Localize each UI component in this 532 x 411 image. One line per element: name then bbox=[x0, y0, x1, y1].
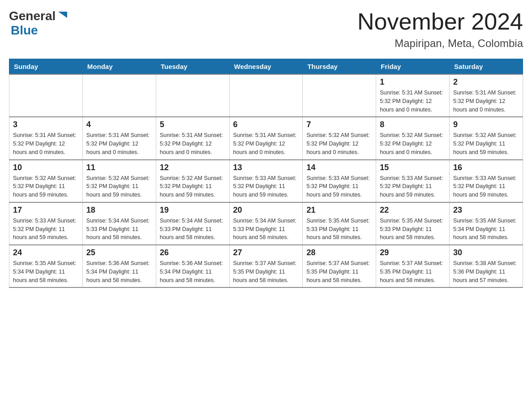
day-number: 14 bbox=[306, 163, 372, 172]
table-row: 17Sunrise: 5:33 AM Sunset: 5:32 PM Dayli… bbox=[9, 202, 83, 245]
table-row: 5Sunrise: 5:31 AM Sunset: 5:32 PM Daylig… bbox=[156, 117, 229, 159]
table-row: 1Sunrise: 5:31 AM Sunset: 5:32 PM Daylig… bbox=[376, 74, 450, 117]
logo-arrow-icon bbox=[56, 9, 69, 21]
day-info: Sunrise: 5:35 AM Sunset: 5:34 PM Dayligh… bbox=[453, 217, 519, 242]
day-info: Sunrise: 5:36 AM Sunset: 5:34 PM Dayligh… bbox=[86, 259, 152, 284]
day-info: Sunrise: 5:38 AM Sunset: 5:36 PM Dayligh… bbox=[453, 259, 519, 284]
table-row bbox=[303, 74, 376, 117]
day-info: Sunrise: 5:31 AM Sunset: 5:32 PM Dayligh… bbox=[160, 131, 226, 156]
calendar-week-row: 17Sunrise: 5:33 AM Sunset: 5:32 PM Dayli… bbox=[9, 202, 523, 245]
day-info: Sunrise: 5:33 AM Sunset: 5:32 PM Dayligh… bbox=[306, 174, 372, 199]
day-number: 24 bbox=[13, 248, 79, 257]
day-info: Sunrise: 5:34 AM Sunset: 5:33 PM Dayligh… bbox=[160, 217, 226, 242]
table-row: 15Sunrise: 5:33 AM Sunset: 5:32 PM Dayli… bbox=[376, 160, 450, 202]
day-info: Sunrise: 5:33 AM Sunset: 5:32 PM Dayligh… bbox=[13, 217, 79, 242]
day-number: 19 bbox=[160, 206, 226, 215]
col-wednesday: Wednesday bbox=[229, 59, 303, 75]
day-info: Sunrise: 5:35 AM Sunset: 5:33 PM Dayligh… bbox=[380, 217, 446, 242]
table-row: 25Sunrise: 5:36 AM Sunset: 5:34 PM Dayli… bbox=[82, 245, 156, 287]
day-number: 30 bbox=[453, 248, 519, 257]
day-info: Sunrise: 5:32 AM Sunset: 5:32 PM Dayligh… bbox=[13, 174, 79, 199]
page-header: General Blue November 2024 Mapiripan, Me… bbox=[9, 9, 523, 50]
day-number: 7 bbox=[306, 120, 372, 129]
day-number: 26 bbox=[160, 248, 226, 257]
calendar-week-row: 24Sunrise: 5:35 AM Sunset: 5:34 PM Dayli… bbox=[9, 245, 523, 287]
table-row: 2Sunrise: 5:31 AM Sunset: 5:32 PM Daylig… bbox=[450, 74, 523, 117]
day-info: Sunrise: 5:32 AM Sunset: 5:32 PM Dayligh… bbox=[160, 174, 226, 199]
logo-blue-text: Blue bbox=[11, 23, 38, 37]
calendar-week-row: 3Sunrise: 5:31 AM Sunset: 5:32 PM Daylig… bbox=[9, 117, 523, 159]
day-info: Sunrise: 5:32 AM Sunset: 5:32 PM Dayligh… bbox=[306, 131, 372, 156]
day-number: 22 bbox=[380, 206, 446, 215]
table-row: 28Sunrise: 5:37 AM Sunset: 5:35 PM Dayli… bbox=[303, 245, 376, 287]
table-row: 9Sunrise: 5:32 AM Sunset: 5:32 PM Daylig… bbox=[450, 117, 523, 159]
day-info: Sunrise: 5:33 AM Sunset: 5:32 PM Dayligh… bbox=[233, 174, 299, 199]
day-info: Sunrise: 5:37 AM Sunset: 5:35 PM Dayligh… bbox=[306, 259, 372, 284]
day-info: Sunrise: 5:34 AM Sunset: 5:33 PM Dayligh… bbox=[233, 217, 299, 242]
table-row: 6Sunrise: 5:31 AM Sunset: 5:32 PM Daylig… bbox=[229, 117, 303, 159]
day-info: Sunrise: 5:31 AM Sunset: 5:32 PM Dayligh… bbox=[233, 131, 299, 156]
day-info: Sunrise: 5:31 AM Sunset: 5:32 PM Dayligh… bbox=[13, 131, 79, 156]
table-row bbox=[156, 74, 229, 117]
day-number: 17 bbox=[13, 206, 79, 215]
day-number: 6 bbox=[233, 120, 299, 129]
calendar-week-row: 10Sunrise: 5:32 AM Sunset: 5:32 PM Dayli… bbox=[9, 160, 523, 202]
table-row: 24Sunrise: 5:35 AM Sunset: 5:34 PM Dayli… bbox=[9, 245, 83, 287]
day-info: Sunrise: 5:33 AM Sunset: 5:32 PM Dayligh… bbox=[453, 174, 519, 199]
table-row: 14Sunrise: 5:33 AM Sunset: 5:32 PM Dayli… bbox=[303, 160, 376, 202]
table-row: 29Sunrise: 5:37 AM Sunset: 5:35 PM Dayli… bbox=[376, 245, 450, 287]
day-number: 4 bbox=[86, 120, 152, 129]
table-row: 13Sunrise: 5:33 AM Sunset: 5:32 PM Dayli… bbox=[229, 160, 303, 202]
table-row: 3Sunrise: 5:31 AM Sunset: 5:32 PM Daylig… bbox=[9, 117, 83, 159]
day-info: Sunrise: 5:33 AM Sunset: 5:32 PM Dayligh… bbox=[380, 174, 446, 199]
day-number: 13 bbox=[233, 163, 299, 172]
table-row: 11Sunrise: 5:32 AM Sunset: 5:32 PM Dayli… bbox=[82, 160, 156, 202]
day-info: Sunrise: 5:37 AM Sunset: 5:35 PM Dayligh… bbox=[233, 259, 299, 284]
month-title: November 2024 bbox=[357, 9, 523, 34]
col-tuesday: Tuesday bbox=[156, 59, 229, 75]
table-row: 30Sunrise: 5:38 AM Sunset: 5:36 PM Dayli… bbox=[450, 245, 523, 287]
day-number: 23 bbox=[453, 206, 519, 215]
table-row: 10Sunrise: 5:32 AM Sunset: 5:32 PM Dayli… bbox=[9, 160, 83, 202]
day-info: Sunrise: 5:31 AM Sunset: 5:32 PM Dayligh… bbox=[380, 89, 446, 114]
day-number: 10 bbox=[13, 163, 79, 172]
day-info: Sunrise: 5:37 AM Sunset: 5:35 PM Dayligh… bbox=[380, 259, 446, 284]
day-info: Sunrise: 5:36 AM Sunset: 5:34 PM Dayligh… bbox=[160, 259, 226, 284]
col-sunday: Sunday bbox=[9, 59, 83, 75]
table-row: 27Sunrise: 5:37 AM Sunset: 5:35 PM Dayli… bbox=[229, 245, 303, 287]
day-number: 25 bbox=[86, 248, 152, 257]
day-number: 11 bbox=[86, 163, 152, 172]
day-info: Sunrise: 5:34 AM Sunset: 5:33 PM Dayligh… bbox=[86, 217, 152, 242]
title-block: November 2024 Mapiripan, Meta, Colombia bbox=[357, 9, 523, 50]
day-number: 3 bbox=[13, 120, 79, 129]
col-thursday: Thursday bbox=[303, 59, 376, 75]
table-row: 16Sunrise: 5:33 AM Sunset: 5:32 PM Dayli… bbox=[450, 160, 523, 202]
table-row: 26Sunrise: 5:36 AM Sunset: 5:34 PM Dayli… bbox=[156, 245, 229, 287]
day-info: Sunrise: 5:31 AM Sunset: 5:32 PM Dayligh… bbox=[86, 131, 152, 156]
table-row: 21Sunrise: 5:35 AM Sunset: 5:33 PM Dayli… bbox=[303, 202, 376, 245]
day-number: 15 bbox=[380, 163, 446, 172]
table-row: 20Sunrise: 5:34 AM Sunset: 5:33 PM Dayli… bbox=[229, 202, 303, 245]
calendar-header-row: Sunday Monday Tuesday Wednesday Thursday… bbox=[9, 59, 523, 75]
day-number: 20 bbox=[233, 206, 299, 215]
col-friday: Friday bbox=[376, 59, 450, 75]
day-number: 18 bbox=[86, 206, 152, 215]
day-number: 28 bbox=[306, 248, 372, 257]
svg-marker-0 bbox=[58, 12, 67, 18]
table-row: 19Sunrise: 5:34 AM Sunset: 5:33 PM Dayli… bbox=[156, 202, 229, 245]
day-number: 29 bbox=[380, 248, 446, 257]
calendar-week-row: 1Sunrise: 5:31 AM Sunset: 5:32 PM Daylig… bbox=[9, 74, 523, 117]
day-number: 9 bbox=[453, 120, 519, 129]
table-row: 12Sunrise: 5:32 AM Sunset: 5:32 PM Dayli… bbox=[156, 160, 229, 202]
day-number: 8 bbox=[380, 120, 446, 129]
day-info: Sunrise: 5:35 AM Sunset: 5:33 PM Dayligh… bbox=[306, 217, 372, 242]
day-number: 16 bbox=[453, 163, 519, 172]
day-info: Sunrise: 5:32 AM Sunset: 5:32 PM Dayligh… bbox=[86, 174, 152, 199]
day-number: 12 bbox=[160, 163, 226, 172]
table-row bbox=[9, 74, 83, 117]
logo: General Blue bbox=[9, 9, 69, 38]
location-title: Mapiripan, Meta, Colombia bbox=[357, 37, 523, 50]
day-info: Sunrise: 5:32 AM Sunset: 5:32 PM Dayligh… bbox=[453, 131, 519, 156]
day-number: 21 bbox=[306, 206, 372, 215]
day-number: 5 bbox=[160, 120, 226, 129]
